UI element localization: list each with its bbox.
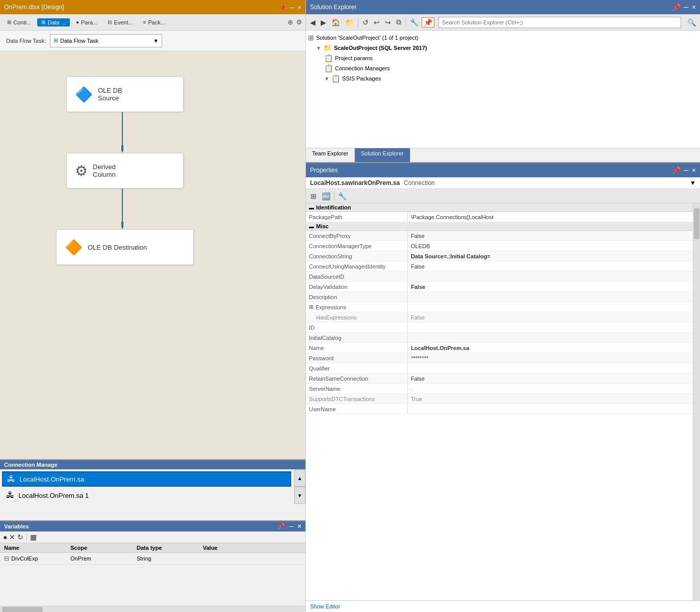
close-icon[interactable]: × <box>297 4 301 11</box>
undo-icon[interactable]: ↩ <box>372 17 382 28</box>
home-icon[interactable]: 🏠 <box>329 17 342 28</box>
solution-search-input[interactable] <box>438 17 681 28</box>
wrench-icon[interactable]: 🔧 <box>408 17 421 28</box>
ole-db-source-node[interactable]: 🔷 OLE DB Source <box>66 76 184 112</box>
prop-val-username <box>408 404 693 414</box>
section-identification[interactable]: ▬ Identification <box>306 203 693 212</box>
tab-control-flow[interactable]: ⊞ Contr... <box>3 18 35 26</box>
zoom-icon[interactable]: ⊕ <box>288 18 293 26</box>
prop-key-connectbyproxy: ConnectByProxy <box>306 231 408 241</box>
redo-icon[interactable]: ↪ <box>383 17 393 28</box>
derived-column-node[interactable]: ⚙ Derived Column <box>66 153 184 189</box>
tree-project[interactable]: ▼ 📁 ScaleOutProject (SQL Server 2017) <box>316 43 698 53</box>
design-canvas[interactable]: 🔷 OLE DB Source ⚙ Derived Column 🔶 <box>0 51 305 459</box>
tab-event-handlers[interactable]: ⊟ Event... <box>103 18 137 26</box>
expressions-expand-icon[interactable]: ⊞ <box>309 304 314 310</box>
prop-val-supportsdtc: True <box>408 394 693 404</box>
variables-title-bar: Variables 📌 ─ × <box>0 521 305 531</box>
conn-label-0: LocalHost.OnPrem.sa <box>19 475 84 483</box>
back-icon[interactable]: ◀ <box>308 17 318 28</box>
conn-manager-body: 🖧 LocalHost.OnPrem.sa 🖧 LocalHost.OnPrem… <box>0 469 305 504</box>
title-icons: 📌 ─ × <box>278 4 301 11</box>
team-explorer-tab[interactable]: Team Explorer <box>306 148 355 162</box>
tree-connection-managers[interactable]: 📋 Connection Managers <box>324 63 698 73</box>
variables-pin-icon[interactable]: 📌 <box>277 523 285 530</box>
tree-ssis-packages[interactable]: ▼ 📋 SSIS Packages <box>324 73 698 84</box>
tree-solution-root[interactable]: ⊞ Solution 'ScaleOutProject' (1 of 1 pro… <box>308 33 698 43</box>
prop-key-packagepath: PackagePath <box>306 212 408 222</box>
variables-minimize-icon[interactable]: ─ <box>289 523 294 530</box>
prop-key-managedidentity: ConnectUsingManagedIdentity <box>306 261 408 271</box>
col-header-name: Name <box>2 544 68 551</box>
tree-expand-packages[interactable]: ▼ <box>324 76 329 82</box>
prop-val-packagepath: \Package.Connections[LocalHost <box>408 212 693 222</box>
misc-expand-icon: ▬ <box>309 224 314 229</box>
variable-row-0[interactable]: ⊟ DrvColExp OnPrem String <box>0 553 305 565</box>
props-alphabetical-icon[interactable]: 🔤 <box>320 191 332 201</box>
new-folder-icon[interactable]: 📁 <box>343 17 356 28</box>
refresh-variable-icon[interactable]: ↻ <box>17 533 23 541</box>
props-pin-icon[interactable]: 📌 <box>672 166 681 174</box>
props-wrench-icon[interactable]: 🔧 <box>336 191 348 201</box>
settings-icon[interactable]: ⚙ <box>296 18 302 26</box>
tree-params-icon: 📋 <box>324 54 333 62</box>
ole-source-icon: 🔷 <box>75 86 93 103</box>
sol-pin-icon[interactable]: 📌 <box>672 3 681 11</box>
grid-icon[interactable]: ▦ <box>30 533 37 541</box>
tab-data-flow[interactable]: ⊞ Data ... <box>37 18 69 26</box>
prop-key-servername: ServerName <box>306 384 408 393</box>
copy-icon[interactable]: ⧉ <box>394 17 403 28</box>
properties-scrollbar[interactable] <box>693 203 700 600</box>
properties-window-controls: 📌 ─ × <box>672 166 696 174</box>
props-close-icon[interactable]: × <box>692 166 696 174</box>
dataflow-select-chevron: ▼ <box>153 38 159 44</box>
prop-val-connectbyproxy: False <box>408 231 693 241</box>
conn-scrollbar: ▲ ▼ <box>294 469 305 504</box>
variables-hscrollbar[interactable] <box>0 606 305 612</box>
minimize-icon[interactable]: ─ <box>290 4 294 11</box>
prop-row-hasexpressions: HasExpressions False <box>306 312 693 323</box>
pin-sol-icon[interactable]: 📌 <box>422 17 434 28</box>
conn-item-0[interactable]: 🖧 LocalHost.OnPrem.sa <box>2 471 291 487</box>
prop-key-connstring: ConnectionString <box>306 251 408 261</box>
show-editor-link[interactable]: Show Editor <box>310 603 340 609</box>
pin-icon[interactable]: 📌 <box>278 4 287 11</box>
scroll-up-button[interactable]: ▲ <box>294 469 305 487</box>
section-misc[interactable]: ▬ Misc <box>306 222 693 231</box>
delete-variable-icon[interactable]: ✕ <box>9 533 15 541</box>
search-icon[interactable]: 🔍 <box>685 17 698 28</box>
solution-explorer-tab[interactable]: Solution Explorer <box>355 148 410 162</box>
variables-close-icon[interactable]: × <box>298 523 301 530</box>
props-toolbar-sep <box>334 192 334 201</box>
dataflow-task-select[interactable]: ⊞ Data Flow Task ▼ <box>50 34 162 47</box>
conn-item-1[interactable]: 🖧 LocalHost.OnPrem.sa 1 <box>2 489 291 502</box>
forward-icon[interactable]: ▶ <box>319 17 328 28</box>
tree-solution-icon: ⊞ <box>308 34 314 42</box>
prop-key-initialcatalog: InitialCatalog <box>306 333 408 342</box>
props-scroll-thumb <box>694 208 699 239</box>
prop-key-expressions: ⊞Expressions <box>306 302 408 312</box>
scroll-down-button[interactable]: ▼ <box>294 487 305 504</box>
props-type-dropdown[interactable]: ▼ <box>690 179 696 187</box>
properties-toolbar: ⊞ 🔤 🔧 <box>306 189 700 203</box>
properties-body: ▬ Identification PackagePath \Package.Co… <box>306 203 700 612</box>
tab-package-explorer[interactable]: ≡ Pack... <box>139 18 169 26</box>
refresh-icon[interactable]: ↺ <box>360 17 371 28</box>
conn-manager-title: Connection Manage <box>0 460 305 469</box>
tree-expand-project[interactable]: ▼ <box>316 45 321 51</box>
prop-row-packagepath: PackagePath \Package.Connections[LocalHo… <box>306 212 693 222</box>
tab-parameters[interactable]: ● Para... <box>72 18 101 26</box>
prop-val-description <box>408 292 693 302</box>
sol-close-icon[interactable]: × <box>692 3 696 11</box>
solution-explorer: Solution Explorer 📌 ─ × ◀ ▶ 🏠 📁 ↺ ↩ ↪ ⧉ … <box>306 0 700 163</box>
props-categorized-icon[interactable]: ⊞ <box>309 191 318 201</box>
tree-project-params[interactable]: 📋 Project.params <box>324 53 698 63</box>
title-bar: OnPrem.dtsx [Design] 📌 ─ × <box>0 0 305 14</box>
sol-minimize-icon[interactable]: ─ <box>684 3 689 11</box>
add-variable-icon[interactable]: ● <box>3 533 7 541</box>
tree-params-label: Project.params <box>335 55 373 61</box>
tree-packages-label: SSIS Packages <box>342 75 381 82</box>
props-minimize-icon[interactable]: ─ <box>684 166 689 174</box>
properties-footer: Show Editor <box>306 600 700 612</box>
ole-db-destination-node[interactable]: 🔶 OLE DB Destination <box>56 229 194 265</box>
